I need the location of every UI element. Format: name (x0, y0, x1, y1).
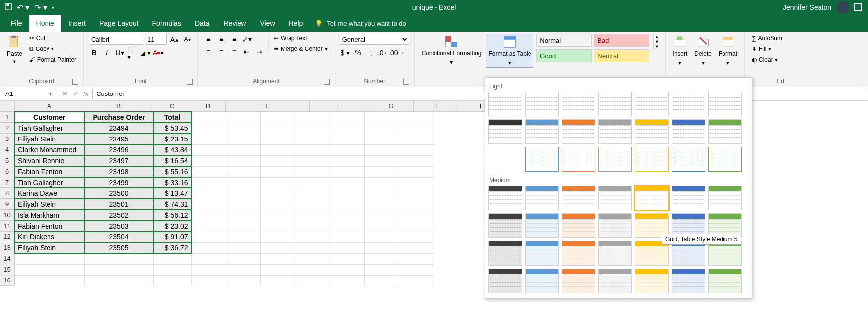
cell-E11[interactable] (226, 221, 260, 232)
table-style-swatch[interactable] (562, 213, 595, 238)
cell-H15[interactable] (330, 264, 364, 275)
cell-I10[interactable] (364, 210, 399, 221)
table-style-swatch[interactable] (525, 269, 559, 293)
table-style-swatch[interactable] (562, 269, 595, 293)
undo-icon[interactable]: ↶ ▾ (17, 3, 29, 12)
decrease-decimal-button[interactable]: .00→ (391, 47, 402, 58)
col-header-C[interactable]: C (153, 101, 191, 112)
cell-G16[interactable] (295, 275, 330, 286)
cell-J12[interactable] (399, 232, 434, 242)
row-header-9[interactable]: 9 (0, 199, 15, 210)
table-style-swatch[interactable] (672, 186, 705, 210)
accounting-button[interactable]: $ ▾ (340, 47, 351, 58)
select-all-triangle[interactable] (0, 101, 15, 112)
table-style-swatch[interactable] (635, 186, 669, 210)
cell-I15[interactable] (364, 264, 399, 275)
cell-C9[interactable]: $ 74.31 (153, 199, 191, 210)
cell-F3[interactable] (260, 134, 295, 144)
cell-A2[interactable]: Tiah Gallagher (15, 123, 84, 134)
cell-J2[interactable] (399, 123, 434, 134)
cell-E7[interactable] (226, 177, 260, 188)
cell-A4[interactable]: Clarke Mohammed (15, 144, 84, 155)
cell-I11[interactable] (364, 221, 399, 232)
cell-C6[interactable]: $ 55.16 (153, 166, 191, 177)
table-style-swatch[interactable] (525, 119, 559, 144)
row-header-6[interactable]: 6 (0, 166, 15, 177)
fill-color-button[interactable]: ◢▾ (140, 47, 151, 58)
styles-scroll-up[interactable]: ▲ (654, 34, 660, 39)
row-header-10[interactable]: 10 (0, 210, 15, 221)
row-header-4[interactable]: 4 (0, 144, 15, 155)
cell-E16[interactable] (226, 275, 260, 286)
cell-I7[interactable] (364, 177, 399, 188)
tell-me[interactable]: 💡 Tell me what you want to do (315, 15, 406, 32)
col-header-E[interactable]: E (226, 101, 310, 112)
cell-G15[interactable] (295, 264, 330, 275)
table-style-swatch[interactable] (598, 119, 632, 144)
cell-A7[interactable]: Tiah Gallagher (15, 177, 84, 188)
table-style-swatch[interactable] (672, 147, 705, 172)
cell-H5[interactable] (330, 155, 364, 166)
cell-B14[interactable] (84, 253, 153, 264)
row-header-3[interactable]: 3 (0, 134, 15, 144)
tab-review[interactable]: Review (217, 15, 253, 32)
table-style-swatch[interactable] (598, 241, 632, 266)
cell-H2[interactable] (330, 123, 364, 134)
cell-A11[interactable]: Fabian Fenton (15, 221, 84, 232)
cell-J3[interactable] (399, 134, 434, 144)
cell-C11[interactable]: $ 23.02 (153, 221, 191, 232)
style-good[interactable]: Good (536, 49, 592, 62)
font-dialog-launcher[interactable] (187, 79, 193, 85)
align-bottom-button[interactable]: ≡ (229, 34, 240, 45)
clear-button[interactable]: ◐Clear ▾ (750, 55, 780, 64)
cell-B11[interactable]: 23503 (84, 221, 153, 232)
cell-D3[interactable] (191, 134, 226, 144)
col-header-A[interactable]: A (15, 101, 84, 112)
cell-G2[interactable] (295, 123, 330, 134)
cancel-formula-icon[interactable]: ✕ (62, 90, 68, 97)
cell-B7[interactable]: 23499 (84, 177, 153, 188)
cell-F15[interactable] (260, 264, 295, 275)
cell-E1[interactable] (226, 112, 260, 123)
cell-E13[interactable] (226, 242, 260, 253)
table-style-swatch[interactable] (488, 119, 522, 144)
table-style-swatch[interactable] (562, 147, 595, 172)
table-style-swatch[interactable] (525, 147, 559, 172)
cell-H12[interactable] (330, 232, 364, 242)
tab-home[interactable]: Home (29, 15, 61, 32)
cell-D14[interactable] (191, 253, 226, 264)
align-top-button[interactable]: ≡ (203, 34, 214, 45)
enter-formula-icon[interactable]: ✓ (73, 90, 78, 97)
table-style-swatch[interactable] (598, 147, 632, 172)
cell-D12[interactable] (191, 232, 226, 242)
cell-B13[interactable]: 23505 (84, 242, 153, 253)
row-header-5[interactable]: 5 (0, 155, 15, 166)
cell-C3[interactable]: $ 23.15 (153, 134, 191, 144)
cell-I9[interactable] (364, 199, 399, 210)
tab-formulas[interactable]: Formulas (145, 15, 188, 32)
cell-H6[interactable] (330, 166, 364, 177)
styles-more[interactable]: ▼ (654, 44, 660, 49)
cell-A3[interactable]: Eiliyah Stein (15, 134, 84, 144)
align-middle-button[interactable]: ≡ (216, 34, 227, 45)
autosum-button[interactable]: ∑AutoSum (750, 34, 784, 43)
row-header-2[interactable]: 2 (0, 123, 15, 134)
cell-B4[interactable]: 23496 (84, 144, 153, 155)
cell-A10[interactable]: Isla Markham (15, 210, 84, 221)
cell-A15[interactable] (15, 264, 84, 275)
tab-help[interactable]: Help (282, 15, 310, 32)
table-style-swatch[interactable] (525, 213, 559, 238)
alignment-dialog-launcher[interactable] (324, 79, 330, 85)
name-box[interactable]: A1 ▼ (2, 89, 56, 99)
cell-B3[interactable]: 23495 (84, 134, 153, 144)
cell-G12[interactable] (295, 232, 330, 242)
cell-C4[interactable]: $ 43.84 (153, 144, 191, 155)
clipboard-dialog-launcher[interactable] (72, 79, 78, 85)
cell-G7[interactable] (295, 177, 330, 188)
cell-J1[interactable] (399, 112, 434, 123)
cell-G10[interactable] (295, 210, 330, 221)
cell-I2[interactable] (364, 123, 399, 134)
cell-C13[interactable]: $ 36.72 (153, 242, 191, 253)
cell-C15[interactable] (153, 264, 191, 275)
cell-B2[interactable]: 23494 (84, 123, 153, 134)
